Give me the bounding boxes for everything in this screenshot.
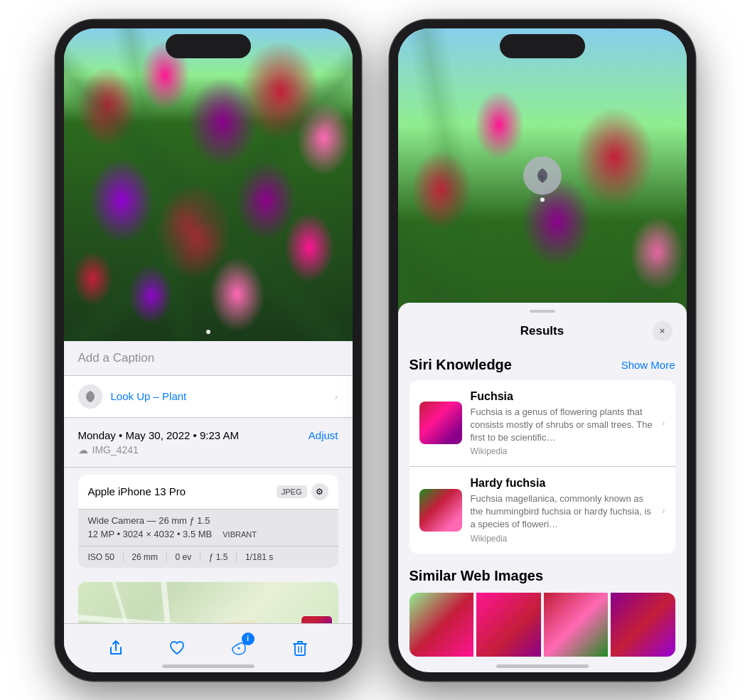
exif-divider-4 <box>236 553 237 561</box>
siri-knowledge-title: Siri Knowledge <box>409 357 512 373</box>
screen-2: Results × Siri Knowledge Show More <box>398 28 687 672</box>
lookup-label: Look Up – Plant <box>111 390 187 402</box>
camera-badges: JPEG ⚙ <box>277 483 328 500</box>
lookup-subject: Plant <box>159 390 186 402</box>
page-dot-1 <box>206 330 210 334</box>
hardy-thumbnail <box>419 489 462 532</box>
camera-detail: Wide Camera — 26 mm ƒ 1.5 12 MP • 3024 ×… <box>78 509 338 546</box>
exif-divider-3 <box>200 553 200 561</box>
info-section: Add a Caption Look Up – Plant › <box>64 341 353 660</box>
exif-divider-2 <box>166 553 167 561</box>
hardy-source: Wikipedia <box>471 534 653 544</box>
heart-button[interactable] <box>161 632 193 660</box>
page-indicator <box>206 330 210 334</box>
results-content[interactable]: Siri Knowledge Show More Fuchsia Fuchsia… <box>398 348 687 672</box>
bottom-toolbar: i <box>64 623 353 660</box>
fuchsia-source: Wikipedia <box>471 446 653 456</box>
lookup-chevron-icon: › <box>335 391 338 402</box>
fuchsia-info: Fuchsia Fuchsia is a genus of flowering … <box>471 390 653 457</box>
home-bar-2 <box>496 664 589 668</box>
adjust-button[interactable]: Adjust <box>309 429 338 441</box>
lookup-badge-dot <box>540 198 545 202</box>
fuchsia-thumb-image <box>419 402 462 444</box>
exif-mm: 26 mm <box>132 552 158 562</box>
delete-button[interactable] <box>284 632 316 660</box>
date-section: Monday • May 30, 2022 • 9:23 AM Adjust ☁… <box>64 418 353 468</box>
mp-text: 12 MP • 3024 × 4032 • 3.5 MB <box>88 529 213 539</box>
knowledge-card: Fuchsia Fuchsia is a genus of flowering … <box>409 380 675 554</box>
knowledge-item-fuchsia[interactable]: Fuchsia Fuchsia is a genus of flowering … <box>409 380 675 467</box>
fuchsia-thumbnail <box>419 402 462 444</box>
vibrant-badge: VIBRANT <box>218 529 262 540</box>
results-header: Results × <box>398 313 687 348</box>
visual-lookup-badge[interactable] <box>523 156 562 202</box>
photo-display[interactable] <box>64 28 353 341</box>
exif-ev: 0 ev <box>176 552 192 562</box>
show-more-button[interactable]: Show More <box>621 359 675 371</box>
similar-image-3[interactable] <box>544 593 609 657</box>
format-badge: JPEG <box>277 485 307 498</box>
svg-point-4 <box>237 647 240 649</box>
hardy-title: Hardy fuchsia <box>471 477 653 490</box>
fuchsia-desc: Fuchsia is a genus of flowering plants t… <box>471 406 653 445</box>
dynamic-island-2 <box>500 34 585 58</box>
fuchsia-title: Fuchsia <box>471 390 653 403</box>
similar-image-2[interactable] <box>476 593 541 657</box>
visual-lookup-icon <box>78 384 102 409</box>
exif-row: ISO 50 26 mm 0 ev ƒ 1.5 1/181 s <box>78 546 338 568</box>
stems-overlay <box>64 28 353 341</box>
similar-images-grid[interactable] <box>409 593 675 657</box>
camera-model: Apple iPhone 13 Pro <box>88 485 186 497</box>
info-badge-circle: i <box>242 632 255 645</box>
phone-1: Add a Caption Look Up – Plant › <box>55 20 361 681</box>
similar-image-4[interactable] <box>611 593 675 657</box>
similar-section: Similar Web Images <box>409 568 675 657</box>
home-bar-1 <box>162 664 255 668</box>
svg-point-5 <box>236 644 237 645</box>
mp-info: 12 MP • 3024 × 4032 • 3.5 MB VIBRANT <box>88 529 328 540</box>
exif-aperture: ƒ 1.5 <box>209 552 228 562</box>
lookup-badge-circle <box>523 156 562 195</box>
hardy-chevron-icon: › <box>662 505 665 516</box>
file-name-row: ☁ IMG_4241 <box>78 444 338 456</box>
lookup-row[interactable]: Look Up – Plant › <box>64 376 353 418</box>
hardy-info: Hardy fuchsia Fuchsia magellanica, commo… <box>471 477 653 544</box>
caption-area[interactable]: Add a Caption <box>64 341 353 376</box>
results-panel: Results × Siri Knowledge Show More <box>398 303 687 672</box>
leaf-icon <box>83 389 97 404</box>
trash-icon <box>293 640 307 656</box>
screen-1: Add a Caption Look Up – Plant › <box>64 28 353 672</box>
knowledge-item-hardy[interactable]: Hardy fuchsia Fuchsia magellanica, commo… <box>409 466 675 554</box>
info-button[interactable]: i <box>223 632 255 660</box>
exif-divider-1 <box>123 553 124 561</box>
camera-settings-icon[interactable]: ⚙ <box>311 483 328 500</box>
close-button[interactable]: × <box>653 321 673 341</box>
lookup-prefix: Look Up – <box>111 390 159 402</box>
wide-camera-text: Wide Camera — 26 mm ƒ 1.5 <box>88 515 328 526</box>
date-row: Monday • May 30, 2022 • 9:23 AM Adjust <box>78 429 338 441</box>
hardy-desc: Fuchsia magellanica, commonly known as t… <box>471 492 653 532</box>
siri-knowledge-header: Siri Knowledge Show More <box>409 357 675 373</box>
similar-image-1[interactable] <box>409 593 474 657</box>
hardy-thumb-image <box>419 489 462 532</box>
share-icon <box>108 640 124 656</box>
exif-shutter: 1/181 s <box>245 552 273 562</box>
fuchsia-chevron-icon: › <box>662 417 665 429</box>
share-button[interactable] <box>100 632 132 660</box>
similar-title: Similar Web Images <box>409 568 675 584</box>
dynamic-island-1 <box>166 34 251 58</box>
cloud-icon: ☁ <box>78 444 88 456</box>
camera-section: Apple iPhone 13 Pro JPEG ⚙ Wide Camera —… <box>78 475 338 568</box>
heart-icon <box>169 640 185 656</box>
exif-iso: ISO 50 <box>88 552 114 562</box>
leaf-badge-icon <box>533 166 552 185</box>
caption-placeholder: Add a Caption <box>78 351 155 365</box>
date-text: Monday • May 30, 2022 • 9:23 AM <box>78 429 239 441</box>
file-name: IMG_4241 <box>92 444 139 456</box>
phone-2: Results × Siri Knowledge Show More <box>390 20 695 681</box>
camera-model-row: Apple iPhone 13 Pro JPEG ⚙ <box>78 475 338 509</box>
results-title: Results <box>432 324 653 338</box>
